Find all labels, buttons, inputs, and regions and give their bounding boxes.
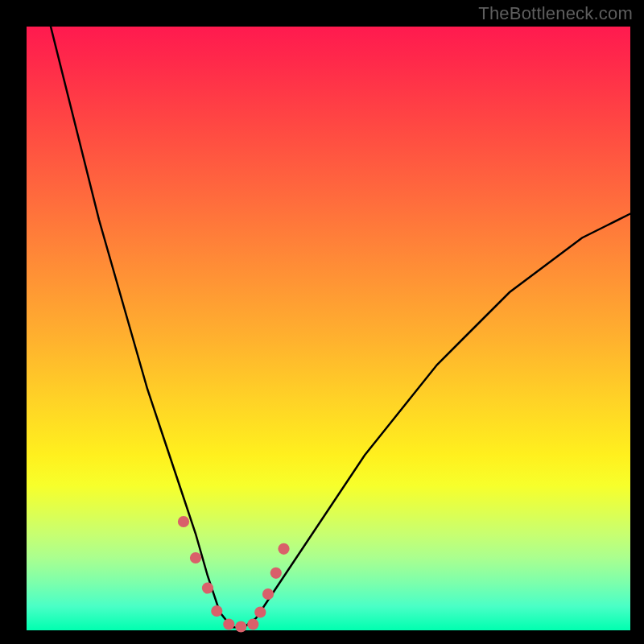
highlight-dot bbox=[235, 621, 246, 632]
highlight-dot bbox=[247, 618, 258, 630]
watermark-text: TheBottleneck.com bbox=[478, 3, 633, 24]
highlight-dot bbox=[202, 582, 213, 593]
plot-area bbox=[27, 27, 630, 630]
curve-layer bbox=[27, 27, 630, 630]
bottleneck-curve bbox=[51, 27, 630, 627]
highlight-dot bbox=[278, 543, 289, 555]
highlight-dot bbox=[178, 516, 189, 527]
highlight-dot bbox=[223, 618, 234, 630]
highlight-dot bbox=[254, 606, 266, 617]
highlight-dot bbox=[270, 568, 282, 579]
highlight-dot bbox=[211, 605, 222, 617]
highlight-dot bbox=[262, 588, 274, 600]
highlight-dot bbox=[190, 552, 201, 564]
chart-frame: TheBottleneck.com bbox=[0, 0, 644, 644]
